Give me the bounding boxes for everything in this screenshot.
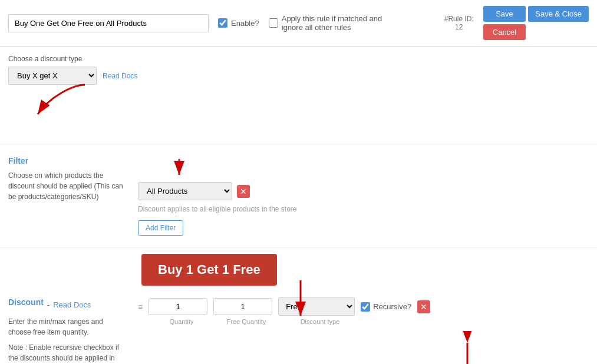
filter-section: Filter Choose on which products the disc… (0, 144, 597, 248)
enable-group: Enable? (218, 18, 259, 28)
action-buttons: Save Cancel Save & Close (483, 6, 589, 40)
arrow-to-recursive (444, 331, 491, 364)
enable-checkbox[interactable] (218, 18, 227, 28)
discount-section-left: Discount - Read Docs Enter the min/max r… (8, 297, 138, 364)
quantity-input[interactable]: 1 (149, 298, 207, 315)
promo-content: Buy 1 Get 1 Free (141, 254, 589, 286)
discount-input-row: ≡ 1 1 Free Percentage Fixed Amount Recur… (138, 297, 589, 316)
arrow-down-from-banner (283, 277, 330, 325)
arrow-to-filter (138, 156, 589, 180)
cancel-button[interactable]: Cancel (483, 24, 526, 40)
rule-id-group: #Rule ID: 12 (444, 15, 474, 31)
filter-row: All Products Specific Products Product C… (138, 182, 589, 200)
save-button-group: Save Cancel (483, 6, 526, 40)
apply-rule-group: Apply this rule if matched and ignore al… (269, 14, 387, 32)
discount-row-remove-button[interactable]: ✕ (417, 300, 430, 313)
drag-handle-icon[interactable]: ≡ (138, 302, 143, 312)
arrow-to-filter-svg (161, 156, 197, 180)
arrow-to-dropdown (26, 79, 97, 126)
quantity-col-label: Quantity (152, 318, 211, 325)
discount-desc: Enter the min/max ranges and choose free… (8, 316, 126, 337)
free-quantity-input[interactable]: 1 (213, 298, 272, 315)
rule-name-input[interactable]: Buy One Get One Free on All Products (8, 14, 209, 32)
discount-title-row: Discount - Read Docs (8, 297, 126, 312)
filter-section-left: Filter Choose on which products the disc… (8, 156, 138, 236)
read-docs-link-top[interactable]: Read Docs (103, 72, 137, 80)
filter-section-right: All Products Specific Products Product C… (138, 156, 589, 236)
discount-dash: - (47, 300, 50, 309)
apply-rule-label: Apply this rule if matched and ignore al… (282, 14, 387, 32)
save-close-button[interactable]: Save & Close (528, 6, 589, 22)
filter-section-desc: Choose on which products the discount sh… (8, 170, 126, 202)
free-quantity-col-label: Free Quantity (217, 318, 276, 325)
promo-banner-wrapper: Buy 1 Get 1 Free (0, 248, 597, 286)
rule-id-value: 12 (455, 23, 463, 31)
filter-hint: Discount applies to all eligible product… (138, 205, 589, 213)
filter-select[interactable]: All Products Specific Products Product C… (138, 182, 232, 200)
recursive-checkbox[interactable] (361, 302, 370, 312)
apply-rule-checkbox[interactable] (269, 18, 278, 28)
recursive-label: Recursive? (373, 302, 411, 311)
discount-note: Note : Enable recursive checkbox if the … (8, 342, 126, 364)
enable-label: Enable? (231, 19, 259, 28)
col-labels-row: Quantity Free Quantity Discount type (152, 318, 589, 325)
promo-banner: Buy 1 Get 1 Free (141, 254, 277, 286)
discount-type-section: Choose a discount type Buy X get X Perce… (0, 47, 597, 144)
filter-section-title: Filter (8, 156, 126, 166)
filter-remove-button[interactable]: ✕ (237, 185, 250, 198)
read-docs-link-discount[interactable]: Read Docs (53, 300, 91, 309)
discount-type-label: Choose a discount type (8, 55, 589, 63)
recursive-group: Recursive? (361, 302, 411, 312)
rule-id-label: #Rule ID: (444, 15, 474, 23)
save-button[interactable]: Save (483, 6, 526, 22)
header-bar: Buy One Get One Free on All Products Ena… (0, 0, 597, 47)
discount-section-right: ≡ 1 1 Free Percentage Fixed Amount Recur… (138, 297, 589, 364)
discount-section-title: Discount (8, 297, 44, 307)
add-filter-button[interactable]: Add Filter (138, 220, 183, 236)
